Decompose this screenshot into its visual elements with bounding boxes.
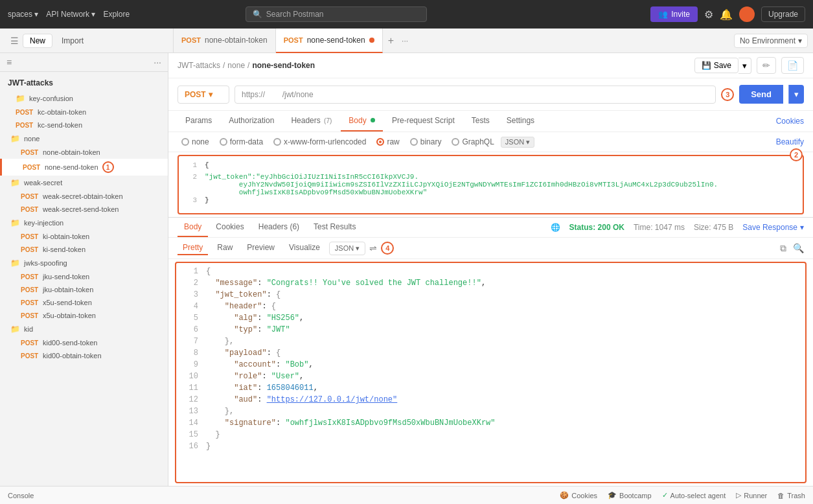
save-button[interactable]: 💾 Save bbox=[694, 58, 739, 73]
folder-label: jwks-spoofing bbox=[24, 259, 67, 267]
cookies-status-item[interactable]: 🍪 Cookies bbox=[560, 491, 597, 499]
save-dropdown-button[interactable]: ▾ bbox=[739, 58, 751, 74]
cookies-link[interactable]: Cookies bbox=[776, 117, 804, 126]
line-num: 12 bbox=[185, 395, 198, 404]
authorization-tab[interactable]: Authorization bbox=[221, 111, 282, 132]
params-tab[interactable]: Params bbox=[177, 111, 220, 132]
spaces-nav[interactable]: spaces ▾ bbox=[8, 10, 38, 19]
radio-none[interactable]: none bbox=[177, 136, 213, 148]
sidebar-item-ws-obtain[interactable]: POST weak-secret-obtain-token bbox=[0, 190, 168, 203]
sidebar-content: JWT-attacks 📁 key-confusion POST kc-obta… bbox=[0, 72, 168, 486]
headers-tab[interactable]: Headers (7) bbox=[283, 111, 339, 132]
settings-tab[interactable]: Settings bbox=[499, 111, 542, 132]
sidebar-item-x5u-send[interactable]: POST x5u-send-token bbox=[0, 296, 168, 309]
trash-item[interactable]: 🗑 Trash bbox=[777, 492, 805, 499]
folder-none[interactable]: 📁 none bbox=[0, 132, 168, 146]
send-dropdown-button[interactable]: ▾ bbox=[788, 85, 804, 104]
body-tab[interactable]: Body bbox=[341, 111, 383, 132]
tab-obtain-token[interactable]: POST none-obtain-token bbox=[174, 29, 276, 53]
settings-icon[interactable]: ⚙ bbox=[704, 8, 713, 21]
pretty-tab[interactable]: Pretty bbox=[177, 241, 208, 255]
more-tabs-button[interactable]: ··· bbox=[399, 36, 411, 45]
add-tab-button[interactable]: + bbox=[383, 35, 399, 47]
filter-icon[interactable]: ⇌ bbox=[369, 243, 377, 253]
folder-weak-secret[interactable]: 📁 weak-secret bbox=[0, 176, 168, 190]
folder-kid[interactable]: 📁 kid bbox=[0, 322, 168, 336]
radio-none-dot bbox=[181, 138, 189, 146]
item-name: none-send-token bbox=[45, 163, 98, 171]
beautify-link[interactable]: Beautify bbox=[776, 137, 804, 146]
new-button[interactable]: New bbox=[23, 34, 52, 48]
sidebar-item-ki-obtain[interactable]: POST ki-obtain-token bbox=[0, 230, 168, 243]
folder-key-confusion[interactable]: 📁 key-confusion bbox=[0, 91, 168, 106]
bootcamp-icon: 🎓 bbox=[608, 491, 617, 499]
sidebar-item-ki-send[interactable]: POST ki-send-token bbox=[0, 243, 168, 256]
radio-graphql[interactable]: GraphQL bbox=[448, 136, 498, 148]
folder-key-injection[interactable]: 📁 key-injection bbox=[0, 216, 168, 230]
hamburger-icon[interactable]: ☰ bbox=[10, 36, 19, 46]
sidebar-item-none-obtain[interactable]: POST none-obtain-token bbox=[0, 146, 168, 159]
sidebar-item-kid00-send[interactable]: POST kid00-send-token bbox=[0, 336, 168, 349]
invite-button[interactable]: 👥 Invite bbox=[650, 6, 698, 22]
api-network-nav[interactable]: API Network ▾ bbox=[46, 10, 95, 19]
collection-title[interactable]: JWT-attacks bbox=[0, 74, 168, 91]
copy-icon[interactable]: ⧉ bbox=[780, 243, 786, 254]
radio-binary[interactable]: binary bbox=[406, 136, 446, 148]
radio-raw[interactable]: raw bbox=[372, 136, 403, 148]
sidebar-item-kid00-obtain[interactable]: POST kid00-obtain-token bbox=[0, 349, 168, 362]
folder-icon: 📁 bbox=[16, 94, 25, 103]
breadcrumb-part2[interactable]: none bbox=[227, 61, 245, 70]
runner-item[interactable]: ▷ Runner bbox=[736, 491, 767, 499]
sidebar-item-x5u-obtain[interactable]: POST x5u-obtain-token bbox=[0, 309, 168, 322]
unsaved-dot bbox=[369, 38, 374, 43]
bell-icon[interactable]: 🔔 bbox=[720, 8, 733, 21]
visualize-tab[interactable]: Visualize bbox=[284, 241, 325, 255]
sidebar-item-ws-send[interactable]: POST weak-secret-send-token bbox=[0, 203, 168, 216]
url-input[interactable] bbox=[235, 86, 716, 104]
import-button[interactable]: Import bbox=[56, 34, 89, 47]
folder-jwks-spoofing[interactable]: 📁 jwks-spoofing bbox=[0, 256, 168, 270]
request-body-code[interactable]: 1 { 2 "jwt_token":"eyJhbGciOiJIUzI1NiIsI… bbox=[177, 155, 804, 214]
line-num: 10 bbox=[185, 372, 198, 381]
explore-nav[interactable]: Explore bbox=[103, 10, 130, 19]
upgrade-button[interactable]: Upgrade bbox=[761, 6, 805, 22]
resp-line-13: 13 }, bbox=[185, 407, 796, 418]
raw-tab[interactable]: Raw bbox=[212, 241, 238, 255]
response-body-tab[interactable]: Body bbox=[177, 218, 208, 237]
method-selector[interactable]: POST ▾ bbox=[177, 86, 229, 104]
sidebar-item-jku-send[interactable]: POST jku-send-token bbox=[0, 270, 168, 283]
pre-request-tab[interactable]: Pre-request Script bbox=[384, 111, 463, 132]
response-format-selector[interactable]: JSON ▾ bbox=[329, 242, 365, 255]
breadcrumb-part1[interactable]: JWT-attacks bbox=[177, 61, 220, 70]
radio-form-data[interactable]: form-data bbox=[216, 136, 267, 148]
bootcamp-item[interactable]: 🎓 Bootcamp bbox=[608, 491, 652, 499]
avatar[interactable] bbox=[739, 6, 755, 22]
search-bar[interactable]: 🔍 Search Postman bbox=[246, 6, 427, 22]
json-format-badge[interactable]: JSON ▾ bbox=[501, 137, 534, 148]
environment-selector[interactable]: No Environment ▾ bbox=[734, 34, 808, 48]
save-response-button[interactable]: Save Response ▾ bbox=[742, 223, 804, 232]
radio-urlencoded[interactable]: x-www-form-urlencoded bbox=[269, 136, 370, 148]
response-cookies-tab[interactable]: Cookies bbox=[209, 218, 250, 237]
response-test-results-tab[interactable]: Test Results bbox=[307, 218, 362, 237]
sidebar-item-kc-obtain[interactable]: POST kc-obtain-token bbox=[0, 106, 168, 119]
sidebar-more-icon[interactable]: ··· bbox=[154, 57, 161, 67]
document-icon-button[interactable]: 📄 bbox=[781, 57, 804, 74]
resp-line-8: 8 "payload": { bbox=[185, 349, 796, 360]
response-format-bar: Pretty Raw Preview Visualize JSON ▾ ⇌ 4 … bbox=[168, 238, 813, 259]
sidebar-item-kc-send[interactable]: POST kc-send-token bbox=[0, 119, 168, 132]
sidebar-item-none-send[interactable]: POST none-send-token 1 bbox=[0, 159, 168, 176]
console-item[interactable]: Console bbox=[8, 492, 34, 499]
auto-select-item[interactable]: ✓ Auto-select agent bbox=[662, 491, 726, 499]
edit-icon-button[interactable]: ✏ bbox=[757, 57, 776, 74]
response-code-area[interactable]: 1 { 2 "message": "Congrats!! You've solv… bbox=[175, 262, 807, 483]
tests-tab[interactable]: Tests bbox=[464, 111, 498, 132]
send-button[interactable]: Send bbox=[739, 85, 783, 104]
method-tag: POST bbox=[21, 246, 39, 253]
list-icon[interactable]: ≡ bbox=[6, 57, 12, 67]
search-response-icon[interactable]: 🔍 bbox=[793, 243, 804, 254]
tab-send-token[interactable]: POST none-send-token bbox=[276, 29, 383, 53]
response-headers-tab[interactable]: Headers (6) bbox=[252, 218, 306, 237]
preview-tab[interactable]: Preview bbox=[242, 241, 280, 255]
sidebar-item-jku-obtain[interactable]: POST jku-obtain-token bbox=[0, 283, 168, 296]
